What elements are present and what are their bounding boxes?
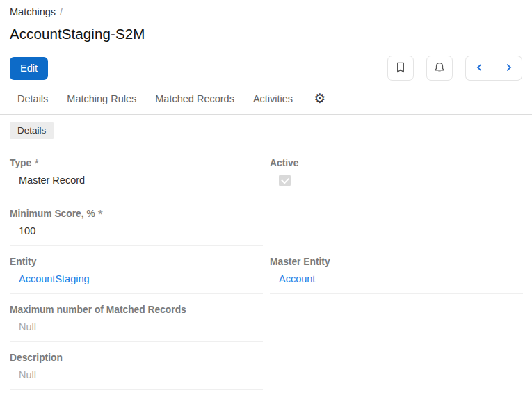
tab-details[interactable]: Details bbox=[17, 93, 48, 104]
chevron-left-icon bbox=[474, 61, 486, 76]
field-entity-label: Entity bbox=[10, 257, 263, 267]
required-marker: * bbox=[34, 157, 39, 171]
empty-cell bbox=[270, 209, 523, 246]
field-master-entity-value: Account bbox=[270, 273, 523, 293]
breadcrumb: Matchings/ bbox=[10, 6, 522, 17]
actions-row: Edit bbox=[10, 56, 522, 81]
bookmark-button[interactable] bbox=[387, 56, 414, 81]
details-form: Type* Master Record Active Minimum Score… bbox=[0, 158, 532, 395]
field-entity-value: AccountStaging bbox=[10, 273, 263, 293]
field-type-label-text: Type bbox=[10, 158, 31, 168]
details-panel-label: Details bbox=[10, 122, 54, 139]
previous-record-button[interactable] bbox=[465, 56, 494, 81]
entity-link[interactable]: AccountStaging bbox=[19, 273, 90, 284]
field-maximum-matched-records-value: Null bbox=[10, 321, 263, 341]
field-type-label: Type* bbox=[10, 158, 263, 168]
edit-button[interactable]: Edit bbox=[10, 57, 48, 80]
field-maximum-matched-records: Maximum number of Matched Records Null bbox=[10, 305, 263, 342]
tab-matching-rules[interactable]: Matching Rules bbox=[67, 93, 136, 104]
field-type: Type* Master Record bbox=[10, 158, 263, 198]
field-minimum-score-value: 100 bbox=[10, 225, 263, 245]
active-checkbox bbox=[279, 175, 291, 186]
next-record-button[interactable] bbox=[494, 56, 522, 81]
field-description-label: Description bbox=[10, 353, 263, 363]
record-tabs: Details Matching Rules Matched Records A… bbox=[0, 92, 532, 115]
tab-activities[interactable]: Activities bbox=[253, 93, 293, 104]
breadcrumb-separator: / bbox=[60, 6, 63, 17]
field-active-label: Active bbox=[270, 158, 523, 168]
master-entity-link[interactable]: Account bbox=[279, 273, 315, 284]
field-minimum-score-label-text: Minimum Score, % bbox=[10, 209, 95, 219]
field-maximum-matched-records-label-text: Maximum number of Matched Records bbox=[10, 305, 186, 316]
field-minimum-score-label: Minimum Score, %* bbox=[10, 209, 263, 219]
field-master-entity: Master Entity Account bbox=[270, 257, 523, 294]
field-entity: Entity AccountStaging bbox=[10, 257, 263, 294]
notifications-button[interactable] bbox=[426, 56, 453, 81]
field-description-value: Null bbox=[10, 369, 263, 389]
required-marker: * bbox=[98, 208, 103, 222]
gear-icon[interactable]: ⚙ bbox=[314, 92, 325, 105]
field-type-value: Master Record bbox=[10, 175, 263, 195]
empty-cell bbox=[270, 353, 523, 390]
record-nav-group bbox=[465, 56, 522, 81]
field-description: Description Null bbox=[10, 353, 263, 390]
field-minimum-score: Minimum Score, %* 100 bbox=[10, 209, 263, 246]
tab-matched-records[interactable]: Matched Records bbox=[155, 93, 234, 104]
field-active: Active bbox=[270, 158, 523, 198]
field-maximum-matched-records-label: Maximum number of Matched Records bbox=[10, 305, 263, 315]
record-header: Matchings/ AccountStaging-S2M Edit bbox=[0, 0, 532, 81]
chevron-right-icon bbox=[502, 61, 515, 76]
bookmark-icon bbox=[394, 61, 407, 76]
breadcrumb-link-matchings[interactable]: Matchings bbox=[10, 6, 56, 17]
page-title: AccountStaging-S2M bbox=[10, 26, 522, 42]
field-master-entity-label: Master Entity bbox=[270, 257, 523, 267]
empty-cell bbox=[270, 305, 523, 342]
field-active-value bbox=[270, 175, 523, 198]
bell-icon bbox=[433, 61, 446, 76]
header-icon-buttons bbox=[387, 56, 522, 81]
